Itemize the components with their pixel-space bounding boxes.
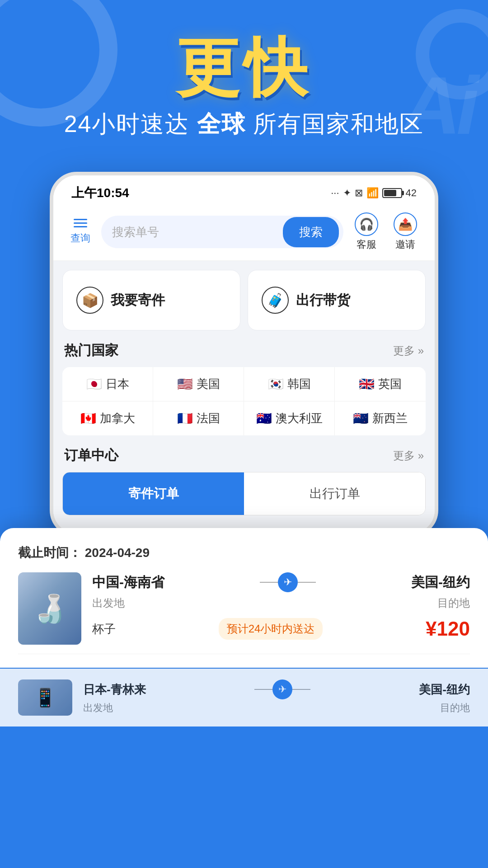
invite-icon: 📤 — [394, 212, 417, 236]
country-row-1: 🇯🇵 日本 🇺🇸 美国 🇰🇷 韩国 🇬🇧 英国 — [62, 367, 426, 401]
deadline-label-text: 截止时间： — [18, 546, 81, 560]
arrow-line-right — [298, 582, 316, 583]
uk-name: 英国 — [378, 376, 402, 392]
france-name: 法国 — [197, 410, 220, 426]
country-australia[interactable]: 🇦🇺 澳大利亚 — [244, 401, 335, 435]
customer-service-button[interactable]: 🎧 客服 — [351, 212, 382, 251]
phone-mockup-container: 上午10:54 ··· ✦ ⊠ 📶 42 查询 搜索单号 — [50, 172, 438, 537]
invite-label: 邀请 — [395, 238, 415, 251]
popular-countries-header: 热门国家 更多 » — [62, 341, 426, 360]
route-row: 中国-海南省 ✈ 美国-纽约 — [92, 572, 470, 592]
uk-flag: 🇬🇧 — [359, 377, 375, 392]
phone-mockup: 上午10:54 ··· ✦ ⊠ 📶 42 查询 搜索单号 — [50, 172, 438, 537]
customer-service-icon: 🎧 — [355, 212, 378, 236]
country-france[interactable]: 🇫🇷 法国 — [153, 401, 244, 435]
popular-countries-title: 热门国家 — [64, 341, 118, 360]
send-package-card[interactable]: 📦 我要寄件 — [62, 270, 240, 330]
travel-cargo-card[interactable]: 🧳 出行带货 — [248, 270, 426, 330]
hero-subtitle: 24小时速达 全球 所有国家和地区 — [18, 108, 470, 140]
travel-cargo-label: 出行带货 — [296, 291, 350, 310]
route-dest-second: 美国-纽约 — [419, 682, 470, 698]
menu-button[interactable]: 查询 — [67, 215, 94, 249]
invite-button[interactable]: 📤 邀请 — [389, 212, 421, 251]
deadline-info: 截止时间： 2024-04-29 — [18, 544, 470, 561]
send-package-icon: 📦 — [76, 287, 103, 314]
delivery-badge: 预计24小时内送达 — [219, 618, 323, 640]
route-arrow-second: ✈ — [254, 679, 310, 699]
usa-name: 美国 — [197, 376, 220, 392]
status-icons: ··· ✦ ⊠ 📶 42 — [331, 187, 417, 199]
tab-send-orders[interactable]: 寄件订单 — [63, 472, 244, 515]
deadline-date: 2024-04-29 — [85, 546, 150, 560]
order-item-name: 杯子 — [92, 621, 116, 637]
app-content: 📦 我要寄件 🧳 出行带货 热门国家 更多 » 🇯🇵 日本 — [53, 261, 435, 533]
route-row-second: 日本-青林来 ✈ 美国-纽约 — [83, 679, 470, 699]
plane-icon: ✈ — [278, 572, 298, 592]
route-arrow: ✈ — [260, 572, 316, 592]
order-thumb-image — [18, 572, 81, 645]
korea-flag: 🇰🇷 — [268, 377, 284, 392]
order-section: 订单中心 更多 » 寄件订单 出行订单 — [62, 446, 426, 515]
country-newzealand[interactable]: 🇳🇿 新西兰 — [335, 401, 426, 435]
order-item-second: 📱 日本-青林来 ✈ 美国-纽约 出发地 目的地 — [18, 679, 470, 716]
japan-flag: 🇯🇵 — [86, 377, 102, 392]
hero-subtitle-suffix: 所有国家和地区 — [253, 111, 424, 137]
japan-name: 日本 — [106, 376, 129, 392]
order-center-title: 订单中心 — [64, 446, 118, 465]
order-bottom-row: 杯子 预计24小时内送达 ¥120 — [92, 618, 470, 640]
australia-flag: 🇦🇺 — [256, 411, 272, 426]
hero-subtitle-prefix: 24小时速达 — [64, 111, 190, 137]
search-placeholder-text: 搜索单号 — [112, 224, 278, 240]
destination-label: 目的地 — [437, 596, 470, 610]
popular-countries-more[interactable]: 更多 » — [393, 344, 424, 358]
usa-flag: 🇺🇸 — [177, 377, 193, 392]
korea-name: 韩国 — [287, 376, 311, 392]
order-center-header: 订单中心 更多 » — [62, 446, 426, 465]
country-grid: 🇯🇵 日本 🇺🇸 美国 🇰🇷 韩国 🇬🇧 英国 — [62, 367, 426, 435]
tab-travel-orders[interactable]: 出行订单 — [244, 472, 425, 515]
battery-number: 42 — [406, 187, 417, 199]
wifi-icon: 📶 — [366, 187, 379, 199]
order-tabs: 寄件订单 出行订单 — [62, 472, 426, 515]
order-info: 中国-海南省 ✈ 美国-纽约 出发地 目的地 杯子 预计24小时内送达 ¥120 — [92, 572, 470, 640]
newzealand-flag: 🇳🇿 — [353, 411, 369, 426]
order-price: ¥120 — [426, 618, 470, 640]
country-canada[interactable]: 🇨🇦 加拿大 — [62, 401, 153, 435]
bluetooth-icon: ✦ — [343, 187, 351, 199]
origin-label: 出发地 — [92, 596, 125, 610]
status-time: 上午10:54 — [71, 184, 129, 202]
destination-label-second: 目的地 — [440, 701, 470, 715]
arrow-line-left — [260, 582, 278, 583]
order-info-second: 日本-青林来 ✈ 美国-纽约 出发地 目的地 — [83, 679, 470, 715]
country-japan[interactable]: 🇯🇵 日本 — [62, 367, 153, 401]
search-button[interactable]: 搜索 — [283, 217, 339, 247]
australia-name: 澳大利亚 — [276, 410, 323, 426]
route-origin: 中国-海南省 — [92, 573, 164, 592]
route-labels-second: 出发地 目的地 — [83, 701, 470, 715]
bottom-card-section: 截止时间： 2024-04-29 中国-海南省 ✈ 美国-纽约 出发地 — [0, 528, 488, 726]
france-flag: 🇫🇷 — [177, 411, 193, 426]
hero-subtitle-highlight: 全球 — [197, 111, 246, 137]
country-uk[interactable]: 🇬🇧 英国 — [335, 367, 426, 401]
origin-label-second: 出发地 — [83, 701, 113, 715]
app-navbar: 查询 搜索单号 搜索 🎧 客服 📤 邀请 — [53, 205, 435, 261]
country-row-2: 🇨🇦 加拿大 🇫🇷 法国 🇦🇺 澳大利亚 🇳🇿 新西兰 — [62, 401, 426, 435]
signal-icon: ··· — [331, 187, 339, 199]
country-usa[interactable]: 🇺🇸 美国 — [153, 367, 244, 401]
newzealand-name: 新西兰 — [372, 410, 408, 426]
hero-section: 更快 24小时速达 全球 所有国家和地区 — [0, 0, 488, 158]
route-origin-second: 日本-青林来 — [83, 682, 146, 698]
order-item-first: 中国-海南省 ✈ 美国-纽约 出发地 目的地 杯子 预计24小时内送达 ¥120 — [18, 572, 470, 654]
battery-icon — [382, 188, 402, 198]
order-card: 截止时间： 2024-04-29 中国-海南省 ✈ 美国-纽约 出发地 — [0, 528, 488, 668]
route-labels: 出发地 目的地 — [92, 596, 470, 610]
order-center-more[interactable]: 更多 » — [393, 448, 424, 463]
canada-name: 加拿大 — [100, 410, 135, 426]
hero-title: 更快 — [18, 36, 470, 99]
order-thumbnail — [18, 572, 81, 645]
sim-icon: ⊠ — [355, 187, 363, 199]
country-korea[interactable]: 🇰🇷 韩国 — [244, 367, 335, 401]
canada-flag: 🇨🇦 — [80, 411, 96, 426]
order-thumb-second: 📱 — [18, 679, 72, 716]
send-package-label: 我要寄件 — [111, 291, 165, 310]
